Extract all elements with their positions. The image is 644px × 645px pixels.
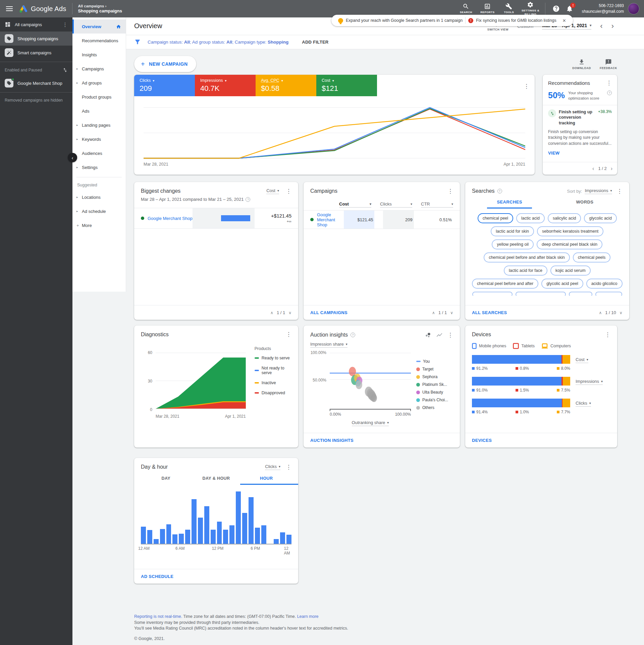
feedback-button[interactable]: FEEDBACK [600,59,617,70]
reports-button[interactable]: REPORTS [477,3,498,14]
nav-item-recommendations[interactable]: Recommendations [72,34,126,48]
hour-bar[interactable] [160,529,165,544]
change-row[interactable]: Google Merchant Shop +$121.45 +∞ [134,208,298,229]
card-menu-icon[interactable]: ⋮ [286,332,291,338]
search-chip[interactable]: lactic acid for face [504,266,547,276]
card-menu-icon[interactable]: ⋮ [447,188,453,194]
hour-bar[interactable] [286,535,291,544]
tools-button[interactable]: TOOLS [498,3,520,14]
nav-item-campaigns[interactable]: ▸Campaigns [72,62,126,76]
auction-insights-link[interactable]: AUCTION INSIGHTS [310,438,354,443]
collapse-sidebar-button[interactable]: ‹ [68,153,77,162]
nav-item-ad-schedule[interactable]: ▸Ad schedule [72,204,126,218]
tab-searches[interactable]: SEARCHES [472,199,547,209]
hour-bar[interactable] [261,525,266,544]
help-icon[interactable]: ? [246,197,250,202]
impression-share-dropdown[interactable]: Impression share▾ [310,342,347,348]
reporting-delay-link[interactable]: Reporting is not real-time. [134,614,182,619]
download-button[interactable]: DOWNLOAD [572,59,591,70]
hour-bar[interactable] [229,525,234,544]
close-icon[interactable]: ✕ [562,18,566,23]
hour-bar[interactable] [166,524,171,544]
campaign-row[interactable]: Google Merchant Shop $121.45 209 0.51% [304,210,460,229]
search-chip[interactable]: yellow peeling oil [492,239,534,249]
tab-day[interactable]: DAY [141,476,191,481]
search-chip[interactable]: chemical peels [573,252,611,262]
nav-item-ad-groups[interactable]: ▸Ad groups [72,76,126,90]
column-dropdown-cost[interactable]: Cost▾ [339,201,371,208]
sidebar-item-all-campaigns[interactable]: All campaigns ⋮ [0,17,72,32]
nav-item-ads[interactable]: Ads [72,104,126,118]
hour-bar[interactable] [274,539,279,544]
nav-item-insights[interactable]: Insights [72,48,126,62]
hour-bar[interactable] [179,534,184,544]
hour-bar[interactable] [223,530,228,544]
search-chip[interactable]: deep chemical peel black skin [537,239,602,249]
search-chip[interactable]: chemical peel [478,213,513,223]
hour-bar[interactable] [154,539,159,544]
nav-item-landing-pages[interactable]: ▸Landing pages [72,118,126,132]
search-button[interactable]: SEARCH [455,3,477,14]
metric-dropdown[interactable]: Cost▾ [266,188,279,194]
search-chip[interactable]: acido glicolico [586,279,623,289]
page-down-icon[interactable]: ∨ [620,310,623,315]
bubble-chart-icon[interactable] [425,332,431,338]
info-icon[interactable]: ? [607,91,612,95]
toast-gmb-sync[interactable]: ! Fix syncing issues for GMB location li… [466,18,569,23]
hour-bar[interactable] [204,506,209,544]
new-campaign-button[interactable]: + NEW CAMPAIGN [134,56,196,72]
search-chip[interactable]: chemical peel before and after black ski… [484,252,570,262]
metric-chip-cost[interactable]: Cost▾ $121 [316,75,377,96]
ad-schedule-link[interactable]: AD SCHEDULE [141,574,173,579]
help-icon[interactable]: ? [497,189,502,193]
card-menu-icon[interactable]: ⋮ [286,188,291,194]
devices-link[interactable]: DEVICES [472,438,492,443]
card-menu-icon[interactable]: ⋮ [447,332,453,338]
search-chip[interactable]: seborrheic keratosis treatment [537,226,603,236]
column-dropdown-ctr[interactable]: CTR▾ [421,201,453,208]
outranking-share-dropdown[interactable]: Outranking share▾ [352,420,389,426]
metric-chip-clicks[interactable]: Clicks▾ 209 [134,75,195,96]
nav-item-locations[interactable]: ▸Locations [72,190,126,204]
metric-chip-avg-cpc[interactable]: Avg. CPC▾ $0.58 [256,75,316,96]
nav-item-overview[interactable]: Overview [72,19,126,34]
sidebar-item-google-merchant-shop[interactable]: Google Merchant Shop [0,76,72,90]
metric-dropdown-impressions[interactable]: Impressions▾ [576,379,603,385]
breadcrumb[interactable]: All campaigns › Shopping campaigns [78,4,122,14]
search-chip[interactable]: salicylic acid [548,213,581,223]
previous-period-button[interactable]: ‹ [600,22,602,30]
tab-hour[interactable]: HOUR [241,476,291,481]
view-link[interactable]: VIEW [548,151,612,156]
learn-more-link[interactable]: Learn more [297,614,319,619]
help-button[interactable] [549,5,563,12]
card-menu-icon[interactable]: ⋮ [524,83,529,89]
campaign-link[interactable]: Google Merchant Shop [148,216,193,221]
page-up-icon[interactable]: ∧ [599,310,602,315]
hour-bar[interactable] [255,528,260,544]
hour-bar[interactable] [198,518,203,544]
line-chart-icon[interactable] [436,332,443,338]
sidebar-item-shopping-campaigns[interactable]: Shopping campaigns [0,32,72,46]
search-chip[interactable]: kojic acid serum [550,266,591,276]
hour-bar[interactable] [192,499,197,544]
column-dropdown-clicks[interactable]: Clicks▾ [380,201,412,208]
search-chip[interactable]: glycolic acid peel [541,279,583,289]
more-options-icon[interactable]: ⋮ [62,21,68,28]
search-chip[interactable]: chemical peel before and after [472,279,538,289]
page-up-icon[interactable]: ∧ [270,310,273,315]
nav-item-settings[interactable]: ▸Settings [72,160,126,174]
filter-summary[interactable]: Campaign status: All; Ad group status: A… [148,40,288,45]
avatar[interactable] [628,3,639,14]
add-filter-button[interactable]: ADD FILTER [302,40,328,45]
all-searches-link[interactable]: ALL SEARCHES [472,310,507,315]
sort-dropdown[interactable]: Impressions▾ [585,188,612,194]
page-down-icon[interactable]: ∨ [288,310,291,315]
metric-chip-impressions[interactable]: Impressions▾ 40.7K [195,75,256,96]
tab-day-hour[interactable]: DAY & HOUR [191,476,241,481]
hour-bar[interactable] [141,527,146,544]
previous-page-icon[interactable]: ‹ [592,166,594,172]
search-chip[interactable]: lactic acid [516,213,545,223]
help-icon[interactable]: ? [351,333,355,337]
page-up-icon[interactable]: ∧ [432,310,435,315]
metric-dropdown-cost[interactable]: Cost▾ [576,357,588,363]
